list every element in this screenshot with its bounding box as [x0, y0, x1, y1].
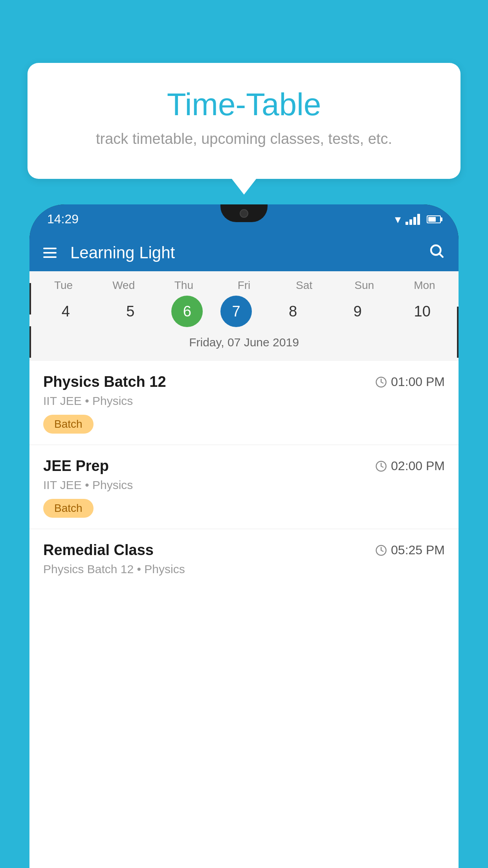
schedule-item-2-header: JEE Prep 02:00 PM: [43, 458, 445, 474]
clock-icon-1: [375, 376, 387, 388]
day-5[interactable]: 5: [107, 296, 154, 327]
clock-icon-3: [375, 544, 387, 556]
schedule-item-1-title: Physics Batch 12: [43, 373, 166, 390]
power-button[interactable]: [457, 307, 459, 358]
day-7-selected[interactable]: 7: [220, 296, 252, 327]
schedule-item-1-badge: Batch: [43, 415, 94, 434]
schedule-item-2-time-text: 02:00 PM: [391, 459, 445, 473]
selected-date-label: Friday, 07 June 2019: [29, 332, 459, 357]
status-bar: 14:29 ▾: [29, 204, 459, 234]
notch: [220, 204, 268, 222]
schedule-list: Physics Batch 12 01:00 PM IIT JEE • Phys…: [29, 361, 459, 594]
schedule-item-1-subtitle: IIT JEE • Physics: [43, 394, 445, 408]
days-numbers: 4 5 6 7 8 9 10: [29, 296, 459, 327]
volume-down-button[interactable]: [29, 326, 31, 358]
day-9[interactable]: 9: [334, 296, 381, 327]
clock-icon-2: [375, 460, 387, 472]
schedule-item-3-title: Remedial Class: [43, 542, 154, 559]
day-label-wed: Wed: [100, 279, 147, 292]
camera: [240, 209, 248, 218]
schedule-item-1-time-text: 01:00 PM: [391, 375, 445, 389]
status-time: 14:29: [47, 212, 79, 226]
schedule-item-3-time-text: 05:25 PM: [391, 543, 445, 557]
day-6-today[interactable]: 6: [171, 296, 203, 327]
volume-up-button[interactable]: [29, 283, 31, 314]
day-label-sun: Sun: [341, 279, 388, 292]
signal-icon: [405, 214, 420, 225]
tooltip-title: Time-Table: [51, 86, 437, 123]
schedule-item-3-header: Remedial Class 05:25 PM: [43, 542, 445, 559]
schedule-item-2-subtitle: IIT JEE • Physics: [43, 478, 445, 492]
day-4[interactable]: 4: [42, 296, 89, 327]
schedule-item-1-time: 01:00 PM: [375, 375, 445, 389]
app-bar: Learning Light: [29, 234, 459, 271]
schedule-item-3-time: 05:25 PM: [375, 543, 445, 557]
calendar-strip[interactable]: Tue Wed Thu Fri Sat Sun Mon 4 5 6 7 8 9 …: [29, 271, 459, 361]
day-label-fri: Fri: [220, 279, 268, 292]
menu-icon[interactable]: [43, 248, 57, 258]
schedule-item-1-header: Physics Batch 12 01:00 PM: [43, 373, 445, 390]
tooltip-card: Time-Table track timetable, upcoming cla…: [28, 63, 460, 179]
schedule-item-3[interactable]: Remedial Class 05:25 PM Physics Batch 12…: [29, 529, 459, 594]
status-icons: ▾: [395, 212, 441, 226]
days-header: Tue Wed Thu Fri Sat Sun Mon: [29, 279, 459, 292]
schedule-item-2[interactable]: JEE Prep 02:00 PM IIT JEE • Physics Batc…: [29, 445, 459, 529]
app-title: Learning Light: [70, 243, 428, 262]
schedule-item-3-subtitle: Physics Batch 12 • Physics: [43, 563, 445, 576]
battery-icon: [427, 215, 441, 223]
search-icon[interactable]: [428, 243, 445, 263]
svg-line-1: [440, 254, 443, 257]
day-label-mon: Mon: [401, 279, 448, 292]
phone-frame: 14:29 ▾ Learning Light: [29, 204, 459, 868]
day-label-sat: Sat: [281, 279, 328, 292]
schedule-item-2-badge: Batch: [43, 499, 94, 518]
schedule-item-2-time: 02:00 PM: [375, 459, 445, 473]
schedule-item-2-title: JEE Prep: [43, 458, 109, 474]
wifi-icon: ▾: [395, 212, 401, 226]
day-8[interactable]: 8: [270, 296, 317, 327]
day-label-thu: Thu: [160, 279, 207, 292]
tooltip-subtitle: track timetable, upcoming classes, tests…: [51, 131, 437, 147]
day-10[interactable]: 10: [399, 296, 446, 327]
schedule-item-1[interactable]: Physics Batch 12 01:00 PM IIT JEE • Phys…: [29, 361, 459, 445]
phone-content: Tue Wed Thu Fri Sat Sun Mon 4 5 6 7 8 9 …: [29, 271, 459, 868]
day-label-tue: Tue: [40, 279, 87, 292]
